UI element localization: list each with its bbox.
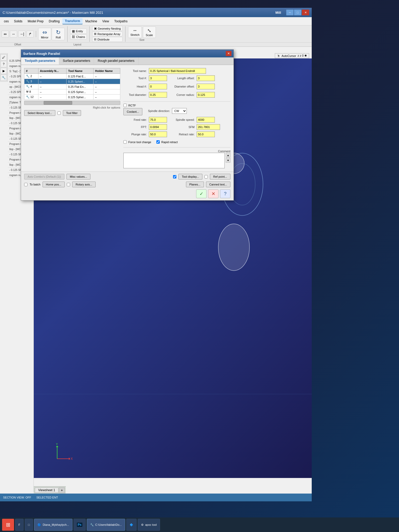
rctf-checkbox[interactable] [123, 104, 127, 107]
mirror-button[interactable]: ⇔ Mirror [38, 28, 51, 40]
menu-ces[interactable]: ces [1, 18, 11, 24]
menu-model-prep[interactable]: Model Prep [25, 18, 46, 24]
help-button[interactable]: ? [220, 189, 230, 198]
spindle-dir-label: Spindle direction: [147, 109, 170, 112]
diameter-offset-input[interactable] [197, 84, 215, 89]
tool-row-2-name: 0.125 Flat E... [66, 74, 94, 79]
taskbar-empty[interactable]: □ [25, 519, 33, 531]
spindle-speed-input[interactable] [197, 117, 215, 123]
to-batch-checkbox[interactable] [24, 183, 28, 186]
rapid-retract-checkbox[interactable] [156, 140, 160, 144]
tool-row-12[interactable]: 🔧 12 – 0.125 Spher... – [24, 95, 120, 100]
sfm-input[interactable] [197, 124, 220, 130]
to-batch-label: To batch [30, 183, 41, 186]
scale-button[interactable]: ⤡ Scale [143, 26, 156, 38]
taskbar-diana[interactable]: 🔵 Diana_Mykhaylych... [34, 519, 72, 531]
comment-scroll-down[interactable]: ▼ [226, 158, 230, 163]
tab-rough-parallel-parameters[interactable]: Rough parallel parameters [94, 57, 138, 65]
taskbar-file-manager[interactable]: F [15, 519, 24, 531]
length-offset-input[interactable] [197, 75, 215, 81]
minimize-button[interactable]: ─ [286, 10, 294, 15]
maximize-button[interactable]: □ [294, 10, 301, 15]
viewsheet-1-tab[interactable]: Viewsheet 1 [35, 488, 58, 493]
ref-point-button[interactable]: Ref point... [210, 174, 230, 179]
rotary-axis-checkbox[interactable] [67, 183, 70, 186]
start-button[interactable]: ⊞ [2, 519, 14, 531]
rotary-axis-button[interactable]: Rotary axis... [72, 182, 96, 187]
force-tool-change-row: Force tool change [123, 140, 151, 144]
ok-button[interactable]: ✓ [196, 189, 207, 198]
tool-display-button[interactable]: Tool display... [178, 174, 202, 179]
tool-display-checkbox[interactable] [173, 175, 176, 178]
viewsheet-add-button[interactable]: + [59, 487, 65, 493]
tool-row-3[interactable]: 🔧 3 – 0.25 Spheri... – [24, 79, 120, 84]
taskbar-ps[interactable]: Ps [74, 519, 86, 531]
tab-toolpath-parameters[interactable]: Toolpath parameters [21, 57, 59, 65]
tool-num-input[interactable] [149, 75, 167, 81]
tool-row-2[interactable]: 🔧 2 – 0.125 Flat E... – [24, 74, 120, 79]
toolbar-btn-2[interactable]: ↔ [10, 31, 17, 37]
table-scrollbar[interactable] [24, 101, 120, 105]
menu-drafting[interactable]: Drafting [46, 18, 62, 24]
entity-button[interactable]: ▦ Entity [70, 29, 87, 34]
side-tool-btn-2[interactable]: ? [1, 61, 7, 67]
tool-row-8[interactable]: ⚒ 8 – 0.125 Spher... – [24, 89, 120, 95]
close-button[interactable]: ✕ [302, 10, 309, 15]
toolbar-btn-4[interactable]: ↱ [26, 31, 34, 37]
params-section: Tool name: Tool #: Head #: [123, 68, 230, 168]
side-tool-btn-1[interactable]: 🖊 [1, 54, 7, 61]
tool-filter-button[interactable]: Tool filter [63, 110, 81, 116]
taskbar-apoc[interactable]: ⚙ apoc tool [138, 519, 160, 531]
autocursor-bar: 🖱 AutoCursor z z 0 ✱ [275, 53, 309, 58]
tool-name-input[interactable] [149, 68, 206, 74]
tool-filter-checkbox[interactable] [57, 111, 61, 115]
geometry-nesting-button[interactable]: ▣ Geometry Nesting [92, 26, 123, 31]
comment-scroll-up[interactable]: ▲ [226, 153, 230, 157]
canned-text-button[interactable]: Canned text... [206, 182, 231, 187]
head-num-input[interactable] [149, 84, 167, 89]
library-tool-row: Select library tool... Tool filter [24, 110, 120, 116]
force-tool-change-checkbox[interactable] [123, 140, 127, 144]
distribute-button[interactable]: ⊟ Distribute [92, 37, 123, 42]
roll-label: Roll [56, 36, 61, 39]
select-library-tool-button[interactable]: Select library tool... [24, 110, 55, 116]
comment-input[interactable] [123, 153, 225, 168]
misc-values-button[interactable]: Misc values... [66, 174, 91, 179]
menu-transform[interactable]: Transform [62, 18, 83, 24]
chains-button[interactable]: ⛓ Chains [70, 34, 87, 39]
rctf-label: RCTF [128, 104, 136, 107]
plunge-rate-input[interactable] [149, 131, 167, 137]
feed-rate-input[interactable] [149, 117, 167, 123]
toolbar-btn-1[interactable]: ⇔ [2, 31, 9, 37]
coolant-button[interactable]: Coolant... [123, 108, 142, 115]
dialog-close-button[interactable]: ✕ [226, 51, 231, 56]
tab-surface-parameters[interactable]: Surface parameters [59, 57, 94, 65]
taskbar-unknown[interactable]: 🔷 [126, 519, 137, 531]
menu-toolpaths[interactable]: Toolpaths [112, 18, 130, 24]
tool-diameter-input[interactable] [149, 92, 167, 98]
planes-button[interactable]: Planes... [186, 182, 204, 187]
tool-row-8-assembly: – [38, 89, 66, 95]
corner-radius-input[interactable] [197, 92, 215, 98]
menu-machine[interactable]: Machine [83, 18, 99, 24]
stretch-button[interactable]: ↔ Stretch [128, 26, 142, 38]
tool-row-4[interactable]: 🔧 4 – 0.25 Flat En... – [24, 84, 120, 89]
side-tool-btn-3[interactable]: ▶ [1, 68, 7, 74]
menu-view[interactable]: View [100, 18, 112, 24]
roll-button[interactable]: ↻ Roll [52, 28, 65, 40]
rectangular-array-label: Rectangular Array [97, 32, 120, 36]
cancel-button[interactable]: ✕ [208, 189, 218, 198]
taskbar-mastercam[interactable]: 🔧 C:\Users\fablab\Do... [87, 519, 125, 531]
dialog-title-bar: Surface Rough Parallel ✕ [21, 50, 234, 57]
menu-solids[interactable]: Solids [11, 18, 25, 24]
retract-rate-input[interactable] [197, 131, 215, 137]
side-tool-btn-4[interactable]: 🔧 [1, 75, 7, 81]
ref-point-checkbox[interactable] [204, 175, 208, 178]
axis-combo-button: Axis Combo's (Default (1)) [24, 174, 64, 179]
rectangular-array-button[interactable]: ⊞ Rectangular Array [92, 31, 123, 36]
spindle-direction-select[interactable]: CW CCW [172, 108, 187, 114]
home-pos-button[interactable]: Home pos... [43, 182, 65, 187]
fpt-input[interactable] [149, 124, 167, 130]
toolbar-btn-3[interactable]: →| [18, 31, 25, 37]
viewsheet-bar: Viewsheet 1 + [34, 486, 66, 494]
